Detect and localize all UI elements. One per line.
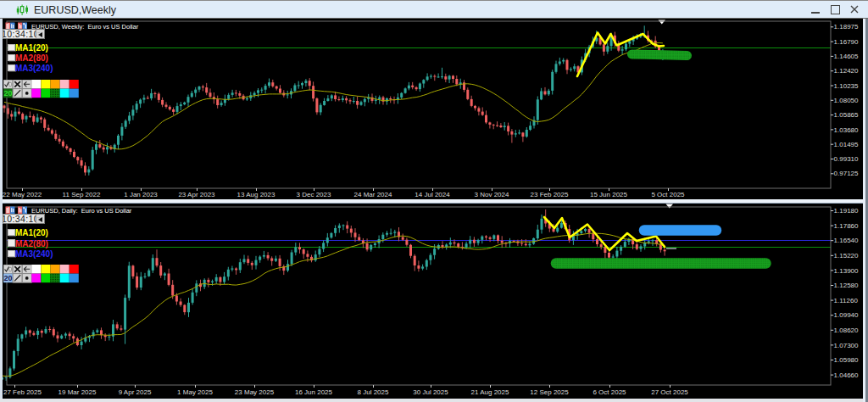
svg-text:9 Apr 2025: 9 Apr 2025 [119, 388, 152, 396]
svg-text:13 Aug 2023: 13 Aug 2023 [237, 191, 275, 198]
svg-text:1.18975: 1.18975 [834, 23, 859, 31]
svg-text:1.05980: 1.05980 [834, 356, 859, 364]
svg-text:1.11260: 1.11260 [834, 297, 859, 304]
svg-text:23 Apr 2023: 23 Apr 2023 [178, 191, 215, 198]
svg-text:1.17860: 1.17860 [834, 222, 859, 230]
svg-text:3 Dec 2023: 3 Dec 2023 [297, 191, 331, 198]
svg-text:6 Oct 2025: 6 Oct 2025 [593, 388, 626, 396]
svg-text:27 Oct 2025: 27 Oct 2025 [651, 388, 688, 396]
svg-text:16 Jun 2025: 16 Jun 2025 [295, 388, 333, 396]
svg-text:0.97125: 0.97125 [834, 170, 859, 177]
svg-text:27 Feb 2025: 27 Feb 2025 [3, 388, 42, 396]
svg-text:1 Jan 2023: 1 Jan 2023 [124, 191, 158, 198]
svg-text:24 Mar 2024: 24 Mar 2024 [354, 191, 392, 198]
svg-text:11 Sep 2022: 11 Sep 2022 [63, 191, 101, 198]
svg-text:23 May 2025: 23 May 2025 [235, 388, 275, 396]
svg-text:20: 20 [3, 274, 12, 282]
svg-text:15 Jun 2025: 15 Jun 2025 [590, 191, 628, 198]
svg-text:12 Sep 2025: 12 Sep 2025 [530, 388, 569, 396]
svg-text:1.19180: 1.19180 [834, 207, 859, 215]
svg-text:1.16790: 1.16790 [834, 38, 859, 46]
svg-text:8 Jul 2025: 8 Jul 2025 [358, 388, 389, 396]
svg-text:19 Mar 2025: 19 Mar 2025 [58, 388, 97, 396]
svg-text:5 Oct 2025: 5 Oct 2025 [651, 191, 685, 198]
svg-text:1.04660: 1.04660 [834, 371, 859, 379]
svg-text:1.08620: 1.08620 [834, 327, 859, 334]
svg-text:1.14605: 1.14605 [834, 53, 859, 60]
svg-text:1.01495: 1.01495 [834, 141, 859, 148]
svg-text:1.09940: 1.09940 [834, 311, 859, 319]
svg-text:3 Nov 2024: 3 Nov 2024 [475, 191, 509, 198]
svg-text:1.16540: 1.16540 [834, 237, 859, 244]
svg-text:21 Aug 2025: 21 Aug 2025 [471, 388, 509, 396]
svg-text:23 Feb 2025: 23 Feb 2025 [531, 191, 569, 198]
svg-text:1 May 2025: 1 May 2025 [177, 388, 213, 396]
svg-text:22 May 2022: 22 May 2022 [3, 191, 42, 198]
svg-text:14 Jul 2024: 14 Jul 2024 [415, 191, 450, 198]
svg-text:20: 20 [3, 89, 12, 98]
svg-text:1.15220: 1.15220 [834, 252, 859, 260]
svg-text:1.07300: 1.07300 [834, 342, 859, 349]
svg-text:1.13900: 1.13900 [834, 267, 859, 275]
svg-text:1.08050: 1.08050 [834, 97, 859, 104]
svg-text:1.12580: 1.12580 [834, 282, 859, 289]
svg-text:0.99310: 0.99310 [834, 155, 859, 163]
svg-text:30 Jul 2025: 30 Jul 2025 [413, 388, 448, 396]
svg-text:1.12420: 1.12420 [834, 67, 859, 75]
svg-text:1.10235: 1.10235 [834, 82, 859, 90]
svg-text:1.05865: 1.05865 [834, 111, 859, 119]
svg-text:1.03680: 1.03680 [834, 126, 859, 134]
